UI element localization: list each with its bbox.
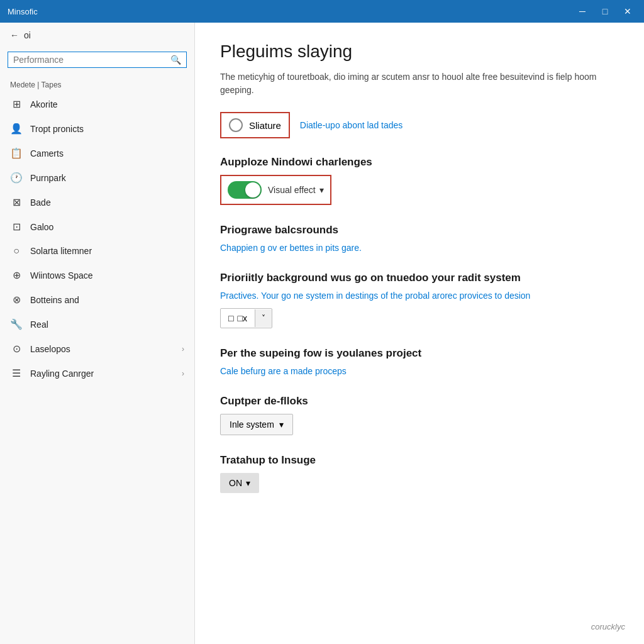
section6-title: Tratahup to Insuge [220,454,619,467]
purnpark-icon: 🕐 [10,172,23,184]
feature-toggle-box: Sliature [220,112,290,138]
sidebar-item-akorite[interactable]: ⊞ Akorite [0,92,194,116]
page-description: The meticyhig of touretboak, dio iming a… [220,70,597,97]
feature-link[interactable]: Diatle-upo abont lad tades [300,120,402,130]
toggle-label: Visual effect ▾ [268,185,324,195]
sidebar-items-container: ⊞ Akorite 👤 Tropt pronicts 📋 Camerts 🕐 P… [0,92,194,386]
maximize-button[interactable]: □ [596,4,614,19]
chevron-right-icon: › [182,345,184,353]
main-content: Pleguims slaying The meticyhig of touret… [195,23,644,644]
app-body: ← oi 🔍 Medete | Tapes ⊞ Akorite 👤 Tropt … [0,23,644,644]
akorite-icon: ⊞ [10,98,23,110]
section3-title: Prioriitly background wus go on tnuedoo … [220,272,619,284]
galoo-icon: ⊡ [10,221,23,233]
window-controls: ─ □ ✕ [574,4,636,19]
on-label: ON [229,478,242,488]
minimize-button[interactable]: ─ [574,4,591,19]
real-icon: 🔧 [10,318,23,330]
solarta-icon: ○ [10,245,23,257]
sidebar-item-label: Akorite [30,99,184,109]
inle-system-label: Inle system [230,419,274,430]
tropt-icon: 👤 [10,123,23,135]
bade-icon: ⊠ [10,196,23,208]
sidebar-item-label: Bade [30,197,184,208]
section-priority: Prioriitly background wus go on tnuedoo … [220,272,619,328]
rayling-icon: ☰ [10,367,23,379]
inle-system-arrow: ▾ [279,419,284,430]
laselopos-icon: ⊙ [10,343,23,355]
close-button[interactable]: ✕ [619,4,636,19]
section-cuptper: Cuptper de-flloks Inle system ▾ [220,395,619,435]
sidebar-item-label: Laselopos [30,344,174,354]
sidebar-item-botteins[interactable]: ⊗ Botteins and [0,287,194,312]
sidebar-item-label: Solarta litemner [30,246,184,256]
section-tratahup: Tratahup to Insuge ON ▾ [220,454,619,493]
section2-subtitle[interactable]: Chappien g ov er bettes in pits gare. [220,243,619,253]
box-label: □x [237,313,247,323]
sidebar-item-label: Galoo [30,222,184,232]
toggle-knob [245,182,260,197]
sidebar-item-label: Camerts [30,148,184,158]
sidebar-item-real[interactable]: 🔧 Real [0,312,194,336]
wintows-icon: ⊕ [10,269,23,281]
watermark: corucklyc [591,622,625,631]
section-visual-effects: Aupploze Nindowi charlenges Visual effec… [220,156,619,205]
sidebar-section-label: Medete | Tapes [0,75,194,92]
sidebar-item-solarta[interactable]: ○ Solarta litemner [0,239,194,263]
sidebar-back-button[interactable]: ← oi [0,23,194,48]
section4-title: Per the supeing fow is youlanes project [220,347,619,360]
sidebar-item-label: Purnpark [30,173,184,183]
title-bar: Minsofic ─ □ ✕ [0,0,644,23]
sidebar-item-bade[interactable]: ⊠ Bade [0,190,194,214]
section-supeing: Per the supeing fow is youlanes project … [220,347,619,376]
camerts-icon: 📋 [10,147,23,159]
on-button[interactable]: ON ▾ [220,473,259,493]
sidebar-item-label: Real [30,319,184,330]
sidebar-item-camerts[interactable]: 📋 Camerts [0,141,194,165]
section3-subtitle[interactable]: Practives. Your go ne system in destings… [220,291,619,301]
sidebar-back-label: oi [24,30,31,40]
section4-subtitle[interactable]: Cale befurg are a made proceps [220,366,619,376]
search-icon: 🔍 [170,55,181,65]
sidebar-item-label: Botteins and [30,295,184,305]
box-dropdown-arrow[interactable]: ˅ [255,309,272,327]
sidebar-item-label: Tropt pronicts [30,124,184,134]
sidebar-item-label: Rayling Canrger [30,369,174,379]
visual-effects-toggle[interactable] [228,181,262,199]
sidebar-item-tropt[interactable]: 👤 Tropt pronicts [0,116,194,141]
sidebar-item-galoo[interactable]: ⊡ Galoo [0,214,194,239]
search-input[interactable] [13,55,170,65]
page-title: Pleguims slaying [220,42,619,62]
sidebar-search-container[interactable]: 🔍 [8,52,187,68]
chevron-right-icon: › [182,369,184,378]
section2-title: Priograwe balcsrounds [220,224,619,236]
sidebar: ← oi 🔍 Medete | Tapes ⊞ Akorite 👤 Tropt … [0,23,195,644]
on-arrow: ▾ [246,478,250,488]
section5-title: Cuptper de-flloks [220,395,619,408]
botteins-icon: ⊗ [10,294,23,306]
toggle-text: Visual effect [268,185,316,195]
section-backgrounds: Priograwe balcsrounds Chappien g ov er b… [220,224,619,253]
app-title: Minsofic [8,7,38,16]
back-icon: ← [10,30,19,40]
priority-dropdown[interactable]: □ □x ˅ [220,308,272,328]
sidebar-item-laselopos[interactable]: ⊙ Laselopos › [0,336,194,361]
sidebar-item-label: Wiintows Space [30,270,184,280]
sidebar-item-purnpark[interactable]: 🕐 Purnpark [0,165,194,190]
section1-title: Aupploze Nindowi charlenges [220,156,619,169]
box-icon: □ [228,313,233,323]
sidebar-item-wintows[interactable]: ⊕ Wiintows Space [0,263,194,287]
toggle-dropdown-arrow[interactable]: ▾ [319,185,324,195]
feature-toggle-label: Sliature [249,120,281,131]
sidebar-item-rayling[interactable]: ☰ Rayling Canrger › [0,361,194,386]
feature-toggle-row: Sliature Diatle-upo abont lad tades [220,112,619,138]
radio-button[interactable] [229,118,243,132]
inle-system-dropdown[interactable]: Inle system ▾ [220,414,293,435]
toggle-row: Visual effect ▾ [220,175,331,205]
priority-dropdown-value: □ □x [221,309,255,328]
